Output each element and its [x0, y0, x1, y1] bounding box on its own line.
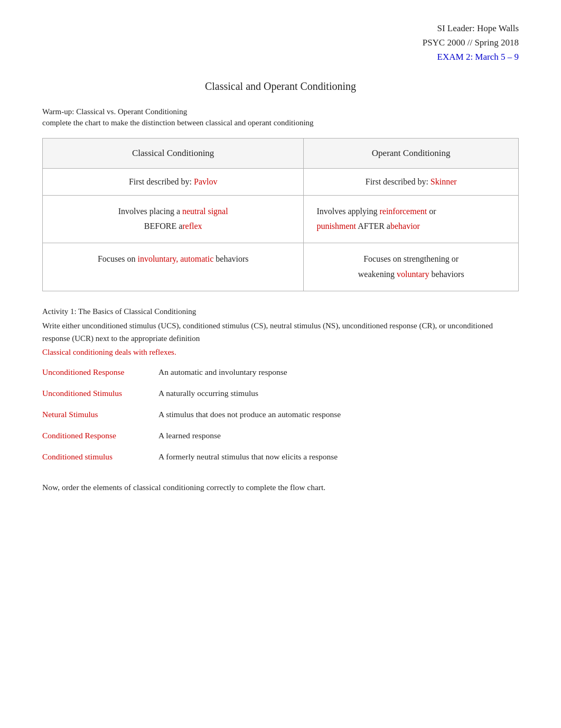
table-row-2: Involves placing a neutral signal BEFORE… [43, 195, 519, 243]
cc-before-text: BEFORE a [144, 222, 182, 231]
oc-focuses-line1: Focuses on strengthening or [316, 252, 506, 267]
definition-row-2: Netural StimulusA stimulus that does not… [42, 410, 519, 419]
term-label-4: Conditioned stimulus [42, 452, 158, 462]
oc-focuses-cell: Focuses on strengthening or weakening vo… [304, 243, 519, 291]
cc-involves-prefix: Involves placing a [118, 207, 182, 216]
definition-row-1: Unconditioned StimulusA naturally occurr… [42, 389, 519, 398]
term-label-0: Unconditioned Response [42, 367, 158, 377]
warm-up-section: Warm-up: Classical vs. Operant Condition… [42, 107, 519, 127]
cc-pavlov: Pavlov [194, 177, 217, 186]
cc-focuses-prefix: Focuses on [98, 254, 138, 263]
oc-first-prefix: First described by: [366, 177, 431, 186]
term-label-3: Conditioned Response [42, 431, 158, 440]
cc-involuntary: involuntary, automatic [137, 254, 213, 263]
cc-involves-cell: Involves placing a neutral signal BEFORE… [43, 195, 304, 243]
term-label-2: Netural Stimulus [42, 410, 158, 419]
cc-focuses-cell: Focuses on involuntary, automatic behavi… [43, 243, 304, 291]
oc-involves-line1: Involves applying reinforcement or [316, 204, 506, 219]
page-title: Classical and Operant Conditioning [42, 80, 519, 93]
header: SI Leader: Hope Walls PSYC 2000 // Sprin… [42, 21, 519, 64]
oc-skinner: Skinner [431, 177, 457, 186]
table-row-1: First described by: Pavlov First describ… [43, 168, 519, 195]
oc-weakening-suffix: behaviors [429, 270, 464, 279]
oc-weakening-prefix: weakening [358, 270, 397, 279]
activity1-instruction: Write either unconditioned stimulus (UCS… [42, 319, 519, 345]
cc-neutral-signal: neutral signal [182, 207, 228, 216]
warm-up-instruction: complete the chart to make the distincti… [42, 118, 519, 127]
activity1-section: Activity 1: The Basics of Classical Cond… [42, 307, 519, 357]
oc-involves-prefix: Involves applying [316, 207, 379, 216]
oc-after: AFTER a [356, 222, 390, 231]
term-definition-2: A stimulus that does not produce an auto… [158, 410, 341, 419]
term-label-1: Unconditioned Stimulus [42, 389, 158, 398]
cc-focuses-suffix: behaviors [213, 254, 248, 263]
activity1-label: Activity 1: The Basics of Classical Cond… [42, 307, 519, 316]
oc-behavior: behavior [390, 222, 420, 231]
oc-punishment: punishment [316, 222, 356, 231]
definition-row-0: Unconditioned ResponseAn automatic and i… [42, 367, 519, 377]
oc-voluntary: voluntary [397, 270, 429, 279]
definition-row-4: Conditioned stimulusA formerly neutral s… [42, 452, 519, 462]
oc-involves-cell: Involves applying reinforcement or punis… [304, 195, 519, 243]
oc-first-described-cell: First described by: Skinner [304, 168, 519, 195]
comparison-table: Classical Conditioning Operant Condition… [42, 138, 519, 291]
cc-involves-line2: BEFORE areflex [55, 219, 291, 234]
term-definition-4: A formerly neutral stimulus that now eli… [158, 452, 338, 462]
oc-involves-line2: punishment AFTER abehavior [316, 219, 506, 234]
term-definition-0: An automatic and involuntary response [158, 367, 287, 377]
oc-or: or [427, 207, 436, 216]
col1-header: Classical Conditioning [43, 138, 304, 168]
activity1-note: Classical conditioning deals with reflex… [42, 348, 519, 357]
oc-reinforcement: reinforcement [379, 207, 427, 216]
cc-reflex: reflex [182, 222, 202, 231]
header-name: SI Leader: Hope Walls [42, 21, 519, 35]
term-definition-3: A learned response [158, 431, 221, 440]
col2-header: Operant Conditioning [304, 138, 519, 168]
term-definition-1: A naturally occurring stimulus [158, 389, 258, 398]
cc-involves-line1: Involves placing a neutral signal [55, 204, 291, 219]
definition-row-3: Conditioned ResponseA learned response [42, 431, 519, 440]
cc-first-prefix: First described by: [129, 177, 194, 186]
cc-first-described-cell: First described by: Pavlov [43, 168, 304, 195]
definitions-list: Unconditioned ResponseAn automatic and i… [42, 367, 519, 462]
oc-focuses-line2: weakening voluntary behaviors [316, 267, 506, 282]
header-course: PSYC 2000 // Spring 2018 [42, 35, 519, 50]
table-row-3: Focuses on involuntary, automatic behavi… [43, 243, 519, 291]
flow-chart-intro: Now, order the elements of classical con… [42, 483, 519, 492]
header-exam: EXAM 2: March 5 – 9 [42, 50, 519, 64]
warm-up-label: Warm-up: Classical vs. Operant Condition… [42, 107, 519, 116]
